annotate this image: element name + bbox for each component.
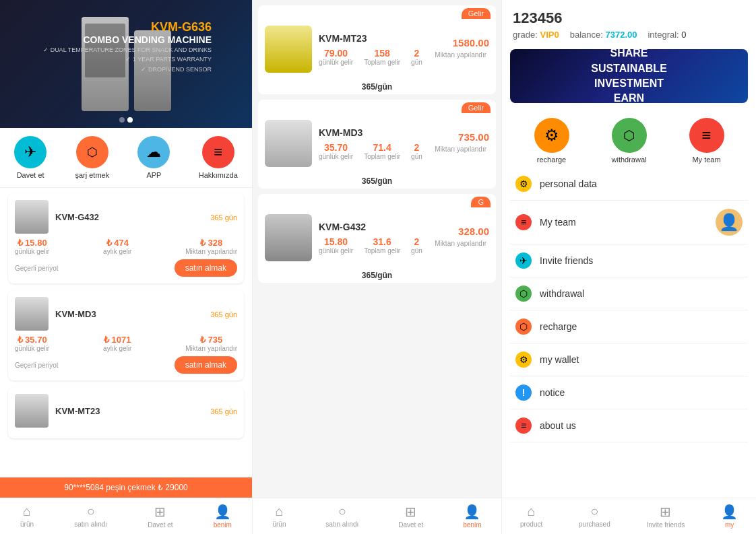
product-name-md3: KVM-MD3 [55,309,96,319]
rbn-purchased-label: purchased [579,521,610,528]
product-banner: KVM-G636 COMBO VENDING MACHINE ✓ DUAL TE… [0,0,252,128]
mid-nav-davet[interactable]: ⊞ Davet et [398,504,423,529]
product-card-g432: KVM-G432 365 gün ₺ 15.80 günlük gelir ₺ … [8,193,244,283]
nav-item-hakkimizda[interactable]: ≡ Hakkımızda [199,136,238,179]
menu-about[interactable]: ≡ about us [510,409,748,442]
menu-myteam[interactable]: ≡ My team 👤 [510,201,748,244]
mid-right-mt23: 1580.00 Miktarı yapılandır [432,37,489,61]
nav-item-sarj[interactable]: ⬡ şarj etmek [75,136,109,179]
mid-urun-label: ürün [272,521,286,528]
promo-banner: SHARE SUSTAINABLE INVESTMENT EARN [510,49,748,103]
right-header: 123456 grade: VIP0 balance: 7372.00 inte… [502,0,756,49]
mid-name-mt23: KVM-MT23 [319,33,425,44]
left-panel: KVM-G636 COMBO VENDING MACHINE ✓ DUAL TE… [0,0,253,534]
product-name-g432: KVM-G432 [55,212,99,222]
right-info: grade: VIP0 balance: 7372.00 integral: 0 [513,30,745,40]
mid-stats-mt23: 79.00 günlük gelir 158 Toplam gelir 2 gü… [319,48,425,66]
mid-info-g432: KVM-G432 15.80 günlük gelir 31.6 Toplam … [319,222,425,255]
nav-icons: ✈ Davet et ⬡ şarj etmek ☁ APP ≡ Hakkımız… [0,128,252,188]
quick-myteam[interactable]: ≡ My team [689,118,724,164]
quick-withdrawal[interactable]: ⬡ withdrawal [612,118,647,164]
quick-recharge[interactable]: ⚙ recharge [534,118,569,164]
grade-label: grade: VIP0 [513,30,559,40]
mid-days-g432: 2 gün [411,236,422,255]
nav-item-app[interactable]: ☁ APP [137,136,170,179]
davet-icon: ✈ [14,136,46,168]
menu-recharge[interactable]: ⬡ recharge [510,310,748,343]
mid-urun-icon: ⌂ [275,504,283,519]
recharge-label: recharge [537,156,566,164]
product-name-mt23: KVM-MT23 [55,406,100,416]
mid-nav-satin[interactable]: ○ satın alındı [325,504,358,529]
banner-dots [119,117,133,123]
mid-davet-label: Davet et [398,521,423,529]
menu-wallet[interactable]: ⚙ my wallet [510,343,748,376]
mid-card-body-mt23: KVM-MT23 79.00 günlük gelir 158 Toplam g… [258,19,496,79]
bottom-nav-middle: ⌂ ürün ○ satın alındı ⊞ Davet et 👤 benim [253,498,501,534]
buy-button-g432[interactable]: satın almak [175,259,237,277]
product-stats-md3: ₺ 35.70 günlük gelir ₺ 1071 aylık gelir … [15,335,237,352]
monthly-income-md3: ₺ 1071 aylık gelir [103,335,131,352]
period-md3: 365/gün [258,174,496,189]
mid-product-list: Gelir KVM-MT23 79.00 günlük gelir 158 To… [253,0,501,498]
menu-notice[interactable]: ! notice [510,376,748,409]
bottom-nav-urun[interactable]: ⌂ ürün [20,504,34,529]
buy-button-md3[interactable]: satın almak [175,356,237,374]
mid-right-g432: 328.00 Miktarı yapılandır [432,226,489,250]
rbn-invitefriends[interactable]: ⊞ Invite friends [647,504,685,529]
product-days-mt23: 365 gün [210,407,237,415]
mid-total-md3: 71.4 Toplam gelir [364,142,400,160]
period-g432: 365/gün [258,268,496,283]
mid-info-mt23: KVM-MT23 79.00 günlük gelir 158 Toplam g… [319,33,425,66]
mid-amount-label-g432: Miktarı yapılandır [432,237,489,250]
valid-text-g432: Geçerli periyot [15,265,58,272]
mid-info-md3: KVM-MD3 35.70 günlük gelir 71.4 Toplam g… [319,127,425,160]
banner-name: COMBO VENDING MACHINE [43,34,212,45]
mid-thumb-mt23 [265,26,312,73]
bottom-nav-satin[interactable]: ○ satın alındı [74,504,107,529]
balance-label: balance: 7372.00 [570,30,637,40]
banner-text: KVM-G636 COMBO VENDING MACHINE ✓ DUAL TE… [43,20,212,74]
mid-thumb-md3 [265,120,312,167]
rbn-invite-icon: ⊞ [660,504,671,520]
nav-label-app: APP [146,171,161,179]
rbn-purchased-icon: ○ [590,504,598,519]
mid-benim-label: benim [463,521,481,529]
menu-withdrawal[interactable]: ⬡ withdrawal [510,277,748,310]
product-card-mt23: KVM-MT23 365 gün [8,387,244,438]
rbn-product[interactable]: ⌂ product [520,504,542,529]
rbn-purchased[interactable]: ○ purchased [579,504,610,529]
myteam-avatar: 👤 [716,209,743,236]
davetbt-label: Davet et [148,521,172,529]
mid-nav-urun[interactable]: ⌂ ürün [272,504,286,529]
bottom-nav-benim[interactable]: 👤 benim [214,504,232,529]
mid-total-g432: 31.6 Toplam gelir [364,236,400,255]
nav-item-davet[interactable]: ✈ Davet et [14,136,46,179]
menu-invite[interactable]: ✈ Invite friends [510,244,748,277]
myteam-label: My team [692,156,720,164]
wallet-icon: ⚙ [515,352,532,368]
mid-card-body-g432: KVM-G432 15.80 günlük gelir 31.6 Toplam … [258,207,496,268]
valid-text-md3: Geçerli periyot [15,362,58,369]
product-header-md3: KVM-MD3 365 gün [15,297,237,331]
benim-label: benim [214,521,232,529]
recharge-menu-label: recharge [540,321,743,332]
mid-daily-mt23: 79.00 günlük gelir [319,48,353,66]
period-mt23: 365/gün [258,79,496,94]
dot-1 [119,117,125,123]
product-card-md3: KVM-MD3 365 gün ₺ 35.70 günlük gelir ₺ 1… [8,290,244,380]
wallet-label: my wallet [540,354,743,365]
rbn-product-label: product [520,521,542,528]
mid-card-g432: G KVM-G432 15.80 günlük gelir 31.6 Topla… [258,194,496,283]
mid-card-body-md3: KVM-MD3 35.70 günlük gelir 71.4 Toplam g… [258,113,496,174]
mid-total-mt23: 158 Toplam gelir [364,48,400,66]
mid-nav-benim[interactable]: 👤 benim [463,504,481,529]
menu-personal[interactable]: ⚙ personal data [510,168,748,201]
bottom-nav-davet[interactable]: ⊞ Davet et [148,504,172,529]
invite-icon: ✈ [515,253,532,269]
rbn-my[interactable]: 👤 my [721,504,738,529]
amount-g432: ₺ 328 Miktarı yapılandır [185,238,237,255]
recharge-icon: ⚙ [534,118,569,153]
mid-davet-icon: ⊞ [405,504,416,520]
username: 123456 [513,9,745,27]
